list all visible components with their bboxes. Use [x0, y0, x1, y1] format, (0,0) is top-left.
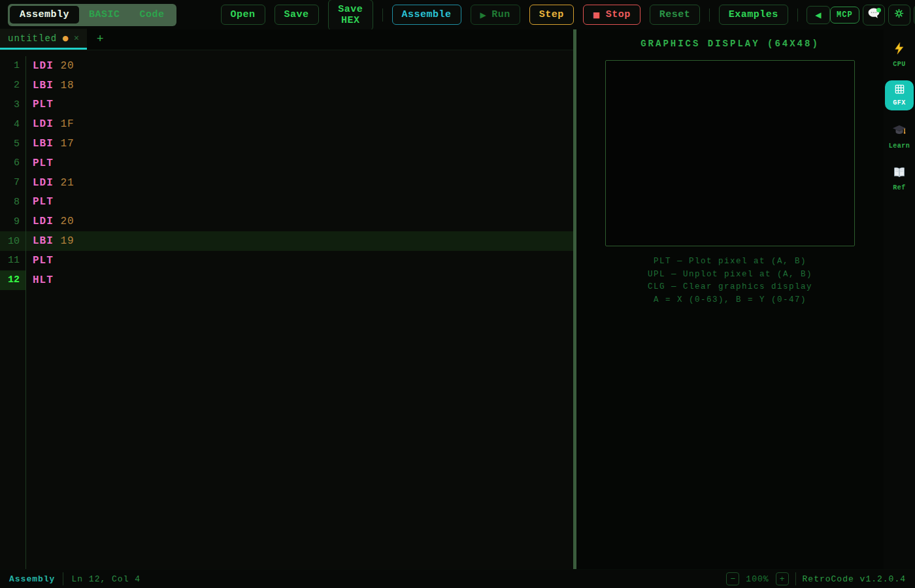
tab-bar: untitled ● × +	[0, 29, 573, 50]
code-text: LBI 19	[26, 235, 75, 247]
code-line-1[interactable]: 1LDI 20	[0, 56, 573, 76]
right-sidebar: CPUGFXLearnRef	[884, 29, 915, 569]
code-text: LBI 17	[26, 138, 75, 150]
operand: 19	[54, 235, 75, 247]
sidebar-item-ref[interactable]: Ref	[885, 162, 914, 195]
operand: 1F	[54, 118, 75, 130]
line-number: 9	[0, 212, 26, 231]
sidebar-item-learn[interactable]: Learn	[885, 119, 914, 154]
settings-button[interactable]	[888, 5, 910, 25]
line-number: 7	[0, 173, 26, 193]
chat-button[interactable]	[863, 5, 885, 25]
opcode: PLT	[33, 99, 54, 110]
save-button[interactable]: Save	[274, 5, 319, 25]
zoom-level-label: 100%	[746, 574, 769, 584]
tab-close-icon[interactable]: ×	[74, 33, 79, 44]
stop-square-icon: ■	[593, 10, 601, 20]
code-editor[interactable]: 1LDI 202LBI 183PLT4LDI 1F5LBI 176PLT7LDI…	[0, 50, 573, 569]
code-text: LDI 20	[26, 60, 75, 72]
code-line-7[interactable]: 7LDI 21	[0, 173, 573, 193]
reset-button[interactable]: Reset	[650, 5, 701, 25]
code-text: PLT	[26, 196, 54, 208]
opcode: PLT	[33, 255, 54, 267]
sidebar-item-cpu[interactable]: CPU	[885, 37, 914, 72]
line-number: 3	[0, 95, 26, 115]
status-mode-label: Assembly	[9, 574, 55, 584]
open-book-icon	[892, 166, 907, 182]
save-hex-button[interactable]: Save HEX	[328, 0, 373, 31]
chevron-left-icon: ◀	[815, 10, 822, 20]
mode-tab-basic[interactable]: BASIC	[79, 6, 130, 24]
line-number: 1	[0, 56, 26, 76]
lightning-icon	[893, 41, 906, 59]
code-text: PLT	[26, 157, 54, 169]
code-text: PLT	[26, 255, 54, 267]
tab-title: untitled	[8, 33, 57, 44]
line-number: 8	[0, 193, 26, 212]
code-line-8[interactable]: 8PLT	[0, 193, 573, 212]
new-tab-button[interactable]: +	[87, 29, 113, 50]
toolbar-divider	[382, 8, 383, 22]
examples-button[interactable]: Examples	[719, 5, 788, 25]
help-line: CLG — Clear graphics display	[576, 281, 884, 294]
operand: 18	[54, 80, 75, 91]
code-line-12[interactable]: 12HLT	[0, 270, 573, 290]
toolbar-divider	[797, 8, 798, 22]
sidebar-item-label: GFX	[893, 99, 906, 106]
opcode: PLT	[33, 196, 54, 208]
sidebar-item-gfx[interactable]: GFX	[885, 80, 914, 110]
operand: 20	[54, 60, 75, 72]
line-number: 10	[0, 231, 26, 251]
status-divider	[795, 572, 796, 585]
graduation-cap-icon	[892, 123, 907, 140]
code-line-3[interactable]: 3PLT	[0, 95, 573, 115]
run-label: Run	[491, 9, 510, 20]
step-button[interactable]: Step	[529, 5, 574, 25]
code-line-4[interactable]: 4LDI 1F	[0, 114, 573, 134]
code-line-5[interactable]: 5LBI 17	[0, 134, 573, 154]
gutter-filler	[0, 290, 26, 569]
line-number: 12	[0, 270, 26, 290]
mode-tab-code[interactable]: Code	[130, 6, 175, 24]
zoom-out-button[interactable]: −	[726, 572, 739, 585]
code-line-9[interactable]: 9LDI 20	[0, 212, 573, 231]
line-number: 2	[0, 76, 26, 95]
app-version-label: RetroCode v1.2.0.4	[803, 574, 906, 584]
graphics-display-screen	[605, 60, 855, 246]
opcode: LBI	[33, 138, 54, 150]
zoom-in-button[interactable]: +	[776, 572, 789, 585]
help-line: A = X (0-63), B = Y (0-47)	[576, 294, 884, 307]
toolbar: AssemblyBASICCode Open Save Save HEX Ass…	[0, 0, 915, 29]
grid-icon	[895, 84, 905, 97]
status-divider	[63, 572, 63, 585]
toolbar-right: MCP i	[830, 5, 915, 25]
mode-tab-assembly[interactable]: Assembly	[10, 6, 79, 24]
code-line-11[interactable]: 11PLT	[0, 251, 573, 270]
opcode: LDI	[33, 60, 54, 72]
code-line-6[interactable]: 6PLT	[0, 154, 573, 173]
code-line-10[interactable]: 10LBI 19	[0, 231, 573, 251]
code-text: LDI 20	[26, 216, 75, 227]
open-button[interactable]: Open	[221, 5, 265, 25]
status-right: − 100% + RetroCode v1.2.0.4	[726, 572, 906, 585]
status-bar: Assembly Ln 12, Col 4 − 100% + RetroCode…	[0, 569, 915, 588]
help-line: UPL — Unplot pixel at (A, B)	[576, 269, 884, 282]
opcode: LDI	[33, 216, 54, 227]
run-button[interactable]: ▶ Run	[471, 5, 520, 25]
code-line-2[interactable]: 2LBI 18	[0, 76, 573, 95]
editor-filler	[0, 290, 573, 569]
operand: 20	[54, 216, 75, 227]
sidebar-item-label: Learn	[889, 142, 910, 150]
stop-button[interactable]: ■ Stop	[583, 5, 640, 25]
sidebar-item-label: Ref	[893, 184, 906, 191]
assemble-button[interactable]: Assemble	[392, 5, 461, 25]
graphics-help-text: PLT — Plot pixel at (A, B)UPL — Unplot p…	[576, 255, 884, 307]
mcp-button[interactable]: MCP	[830, 7, 859, 24]
main-area: untitled ● × + 1LDI 202LBI 183PLT4LDI 1F…	[0, 29, 915, 569]
tab-untitled[interactable]: untitled ● ×	[0, 29, 87, 50]
code-text: HLT	[26, 274, 54, 286]
collapse-panel-button[interactable]: ◀	[807, 6, 830, 24]
opcode: LDI	[33, 118, 54, 130]
code-text: PLT	[26, 99, 54, 110]
line-number: 11	[0, 251, 26, 270]
